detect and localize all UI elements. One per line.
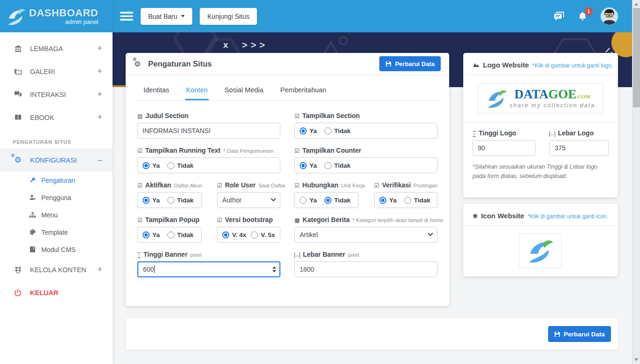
radio-tidak[interactable]: Tidak [167,162,194,169]
radio-ya[interactable]: Ya [143,162,160,169]
brand-subtitle: admin panel [29,18,98,25]
aktifkan-radio-group: Ya Tidak [137,192,202,208]
tinggi-logo-input[interactable] [473,140,535,156]
user-gear-icon [28,194,37,201]
collapse-minus-icon[interactable]: – [98,155,102,165]
expand-plus-icon[interactable]: + [97,89,102,99]
field-label: Tinggi Logo [479,129,516,137]
messages-icon[interactable] [553,12,565,21]
create-new-button[interactable]: Buat Baru [141,8,192,25]
expand-plus-icon[interactable]: + [97,67,102,76]
chat-icon [13,91,23,98]
radio-ya[interactable]: Ya [300,127,317,134]
field-label: Tampilkan Popup [145,216,200,223]
sidebar-item-interaksi[interactable]: INTERAKSI + [0,83,113,106]
number-spinner[interactable] [272,267,276,273]
radio-v5x[interactable]: V. 5x [251,231,275,238]
verifikasi-radio-group: Ya Tidak [374,192,437,208]
judul-section-input[interactable] [137,123,280,139]
logo-change-hint[interactable]: *Klik di gambar untuk ganti logo. [532,62,613,69]
tab-konten[interactable]: Konten [185,80,209,100]
field-label: Versi bootstrap [225,216,273,223]
radio-ya[interactable]: Ya [143,197,160,204]
radio-ya[interactable]: Ya [300,162,317,169]
kategori-berita-select[interactable]: Artikel [294,227,437,243]
sidebar-item-label: INTERAKSI [30,91,66,98]
checklist-icon: ☑ [217,217,222,223]
radio-ya[interactable]: Ya [143,231,160,238]
field-label: Judul Section [145,112,188,119]
logo-website-card: Logo Website *Klik di gambar untuk ganti… [463,53,618,197]
brand-logo[interactable]: DASHBOARD admin panel [0,0,113,32]
expand-plus-icon[interactable]: + [97,112,102,122]
radio-tidak[interactable]: Tidak [324,197,351,204]
sidebar-subitem-modul-cms[interactable]: Modul CMS [0,241,113,258]
scroll-down-arrow-icon[interactable] [634,358,638,361]
sidebar-subitem-pengguna[interactable]: Pengguna [0,189,113,206]
gears-icon: ⚙ ⚙ [13,156,23,164]
lebar-logo-input[interactable] [550,140,609,156]
scrollbar-thumb[interactable] [633,8,640,107]
svg-text:x: x [223,40,228,50]
sidebar-subitem-menu[interactable]: Menu [0,206,113,223]
sidebar-subitem-template[interactable]: Template [0,223,113,241]
sidebar-item-lembaga[interactable]: LEMBAGA + [0,37,113,60]
tampilkan-section-radio-group: Ya Tidak [294,123,437,139]
sidebar-item-kelola-konten[interactable]: KELOLA KONTEN + [0,258,113,281]
role-user-select[interactable]: Author [217,192,280,208]
sidebar-item-konfigurasi[interactable]: ⚙ ⚙ KONFIGURASI – [0,149,113,171]
checklist-icon: ☑ [294,182,300,189]
checklist-icon: ☑ [137,217,143,223]
website-icon-image[interactable] [520,233,562,268]
tinggi-banner-input[interactable]: 600 [137,261,280,277]
sidebar-subitem-pengaturan[interactable]: Pengaturan [0,171,113,189]
radio-ya[interactable]: Ya [379,197,397,204]
radio-tidak[interactable]: Tidak [167,231,194,238]
hamburger-menu-icon[interactable] [120,10,133,22]
versi-bootstrap-radio-group: V. 4x V. 5x [217,227,280,243]
website-logo-image[interactable]: DATAGOE.COM share my collection data [478,83,603,113]
sidebar-item-keluar[interactable]: KELUAR [0,281,113,304]
box-stack-icon [13,266,23,274]
field-note: Unit Kerja [341,183,365,188]
radio-tidak[interactable]: Tidak [324,127,351,134]
sidebar-section-label: PENGATURAN SITUS [0,129,113,149]
tab-identitas[interactable]: Identitas [143,80,170,100]
radio-tidak[interactable]: Tidak [404,197,430,204]
radio-tidak[interactable]: Tidak [167,197,194,204]
radio-ya[interactable]: Ya [300,197,317,204]
sidebar-subitem-label: Pengguna [41,194,71,201]
page-title: Pengaturan Situs [148,59,212,68]
expand-plus-icon[interactable]: + [97,265,102,275]
text-cursor [154,266,155,273]
update-data-button-top[interactable]: Perbarui Data [379,56,441,71]
sidebar-item-ebook[interactable]: EBOOK + [0,106,113,129]
user-avatar[interactable] [601,7,618,25]
notification-badge: 1 [585,7,593,15]
display-icon: ▤ [137,113,143,119]
sidebar-item-galeri[interactable]: GALERI + [0,60,113,83]
lebar-banner-input[interactable] [294,261,437,277]
tab-sosial-media[interactable]: Sosial Media [224,80,264,100]
page-scrollbar[interactable] [632,0,640,364]
visit-site-button[interactable]: Kunjungi Situs [200,8,257,25]
field-note: Postingan [414,183,437,188]
icon-change-hint[interactable]: *Klik di gambar untuk ganti icon. [527,213,608,220]
field-label: Lebar Logo [558,129,594,137]
brand-bird-icon [7,7,26,26]
hubungkan-radio-group: Ya Tidak [294,192,359,208]
tab-pemberitahuan[interactable]: Pemberitahuan [279,80,327,100]
logo-text-com: .COM [576,94,590,99]
sidebar-item-label: EBOOK [30,114,54,121]
field-label: Role User [225,181,256,189]
folder-icon [13,68,23,75]
checklist-icon: ☑ [294,113,300,119]
footer-action-bar: Perbarui Data [126,318,618,350]
flower-icon: ✽ [473,213,478,220]
scroll-up-arrow-icon[interactable] [634,3,638,6]
radio-tidak[interactable]: Tidak [324,162,351,169]
radio-v4x[interactable]: V. 4x [222,231,246,238]
update-data-button-bottom[interactable]: Perbarui Data [548,326,611,342]
expand-plus-icon[interactable]: + [97,44,102,53]
notifications-bell-icon[interactable]: 1 [578,12,587,21]
